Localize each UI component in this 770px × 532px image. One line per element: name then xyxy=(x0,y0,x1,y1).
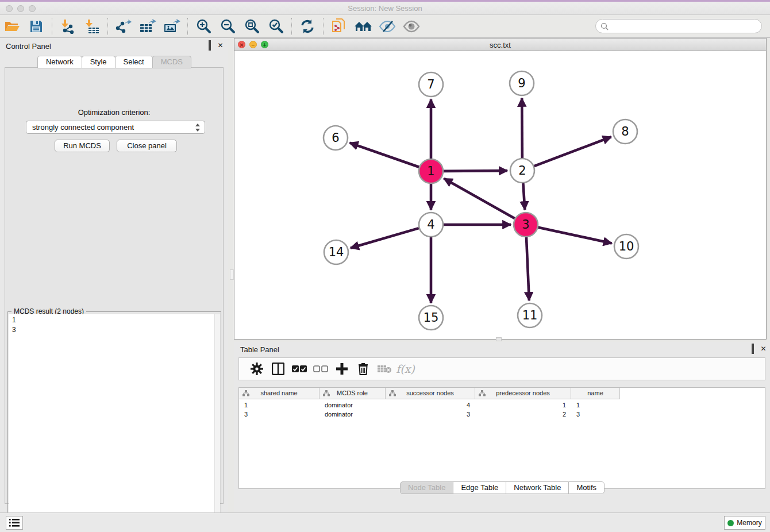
open-session-icon[interactable] xyxy=(1,17,23,36)
node-label-10: 10 xyxy=(619,240,634,253)
table-cell[interactable]: 3 xyxy=(571,410,620,419)
table-cell[interactable]: 1 xyxy=(475,400,571,410)
table-cell[interactable]: 1 xyxy=(239,400,319,410)
search-input[interactable] xyxy=(609,21,761,32)
list-icon xyxy=(9,519,20,527)
split-columns-icon[interactable] xyxy=(267,360,288,378)
deselect-all-checkboxes-icon[interactable] xyxy=(310,360,331,378)
node-label-15: 15 xyxy=(424,311,439,325)
splitter-grip[interactable] xyxy=(230,269,234,280)
table-cell[interactable]: dominator xyxy=(319,410,386,419)
mcds-result-group: MCDS result (2 nodes) 1 3 xyxy=(7,311,221,531)
table-row[interactable]: 3dominator323 xyxy=(239,410,765,419)
tab-style[interactable]: Style xyxy=(82,56,116,68)
save-session-icon[interactable] xyxy=(25,17,47,36)
float-panel-icon[interactable] xyxy=(206,42,213,49)
column-header-shared-name[interactable]: shared name xyxy=(239,388,319,399)
network-window-titlebar[interactable]: ✕ − + scc.txt xyxy=(234,38,766,51)
delete-column-icon[interactable] xyxy=(352,360,374,378)
status-bar: Memory xyxy=(0,512,770,532)
close-panel-button[interactable]: Close panel xyxy=(117,140,177,152)
optimization-criterion-label: Optimization criterion: xyxy=(5,108,223,117)
add-column-icon[interactable] xyxy=(331,360,352,378)
tab-node-table[interactable]: Node Table xyxy=(400,481,454,494)
table-header-row: shared nameMCDS rolesuccessor nodesprede… xyxy=(239,388,620,399)
edge-4-14[interactable] xyxy=(351,228,419,248)
mcds-result-text[interactable]: 1 3 xyxy=(9,314,214,530)
column-header-successor-nodes[interactable]: successor nodes xyxy=(386,388,475,399)
table-panel-tabs: Node TableEdge TableNetwork TableMotifs xyxy=(234,481,770,494)
zoom-out-icon[interactable] xyxy=(217,17,238,36)
table-cell[interactable]: 2 xyxy=(475,410,571,419)
close-panel-icon[interactable]: ✕ xyxy=(217,42,224,49)
select-all-checkboxes-icon[interactable] xyxy=(288,360,310,378)
refresh-view-icon[interactable] xyxy=(297,17,318,36)
table-cell[interactable]: 3 xyxy=(239,410,319,419)
export-table-icon[interactable] xyxy=(137,17,159,36)
table-cell[interactable]: dominator xyxy=(319,400,386,410)
clone-network-icon[interactable] xyxy=(328,17,350,36)
tab-network-table[interactable]: Network Table xyxy=(506,481,569,494)
hide-details-icon[interactable] xyxy=(376,17,398,36)
tab-edge-table[interactable]: Edge Table xyxy=(453,481,506,494)
toolbar-separator xyxy=(107,18,108,35)
tab-motifs[interactable]: Motifs xyxy=(568,481,605,494)
table-cell[interactable]: 1 xyxy=(571,400,620,410)
tab-mcds[interactable]: MCDS xyxy=(152,56,191,68)
column-header-predecessor-nodes[interactable]: predecessor nodes xyxy=(475,388,571,399)
select-stepper-icon xyxy=(194,122,202,133)
task-history-button[interactable] xyxy=(6,516,23,530)
edge-3-10[interactable] xyxy=(538,228,611,244)
edge-1-6[interactable] xyxy=(350,143,419,167)
edge-2-3[interactable] xyxy=(523,183,525,210)
node-label-8: 8 xyxy=(621,125,629,138)
tab-select[interactable]: Select xyxy=(115,56,153,68)
column-header-name[interactable]: name xyxy=(571,388,620,399)
node-label-3: 3 xyxy=(522,218,529,232)
go-home-icon[interactable] xyxy=(352,17,374,36)
table-row[interactable]: 1dominator411 xyxy=(239,400,765,410)
tab-network[interactable]: Network xyxy=(37,56,82,68)
edge-2-9[interactable] xyxy=(522,98,522,158)
node-table: shared nameMCDS rolesuccessor nodesprede… xyxy=(238,387,765,489)
column-header-MCDS-role[interactable]: MCDS role xyxy=(319,388,386,399)
memory-button[interactable]: Memory xyxy=(724,516,765,530)
node-label-1: 1 xyxy=(427,164,434,178)
network-graph-canvas[interactable]: 7968124314101511 xyxy=(234,51,766,339)
import-table-icon[interactable] xyxy=(81,17,103,36)
edge-3-11[interactable] xyxy=(526,237,529,300)
zoom-in-icon[interactable] xyxy=(192,17,214,36)
zoom-fit-icon[interactable] xyxy=(241,17,263,36)
float-panel-icon[interactable] xyxy=(749,345,756,353)
search-box[interactable] xyxy=(595,19,762,33)
main-toolbar xyxy=(0,15,770,38)
window-title: Session: New Session xyxy=(0,4,770,13)
edge-1-2[interactable] xyxy=(444,171,507,171)
edge-3-1[interactable] xyxy=(444,179,515,218)
memory-label: Memory xyxy=(737,519,761,527)
toolbar-separator xyxy=(52,18,52,35)
delete-table-disabled-icon xyxy=(374,360,395,378)
table-cell[interactable]: 4 xyxy=(386,400,475,410)
mcds-panel: Optimization criterion: strongly connect… xyxy=(5,67,224,504)
settings-gear-icon[interactable] xyxy=(246,360,267,378)
node-label-11: 11 xyxy=(522,309,538,322)
import-network-icon[interactable] xyxy=(57,17,79,36)
criterion-select[interactable]: strongly connected component xyxy=(26,121,205,134)
edge-2-8[interactable] xyxy=(534,137,611,166)
splitter-grip[interactable] xyxy=(496,337,502,341)
zoom-selected-icon[interactable] xyxy=(265,17,287,36)
table-panel: Table Panel ✕ f(x) shared nameMCDS roles… xyxy=(234,342,770,512)
node-label-6: 6 xyxy=(332,131,339,145)
export-network-icon[interactable] xyxy=(113,17,134,36)
run-mcds-button[interactable]: Run MCDS xyxy=(55,140,110,152)
export-image-icon[interactable] xyxy=(161,17,183,36)
toolbar-separator xyxy=(291,18,292,35)
table-cell[interactable]: 3 xyxy=(386,410,475,419)
control-panel-title: Control Panel xyxy=(6,42,51,51)
mcds-result-scrollbar[interactable] xyxy=(214,314,220,530)
show-details-icon[interactable] xyxy=(401,17,422,36)
close-panel-icon[interactable]: ✕ xyxy=(760,345,767,353)
network-window-title: scc.txt xyxy=(234,41,766,49)
network-view-window: ✕ − + scc.txt 7968124314101511 xyxy=(234,38,767,340)
